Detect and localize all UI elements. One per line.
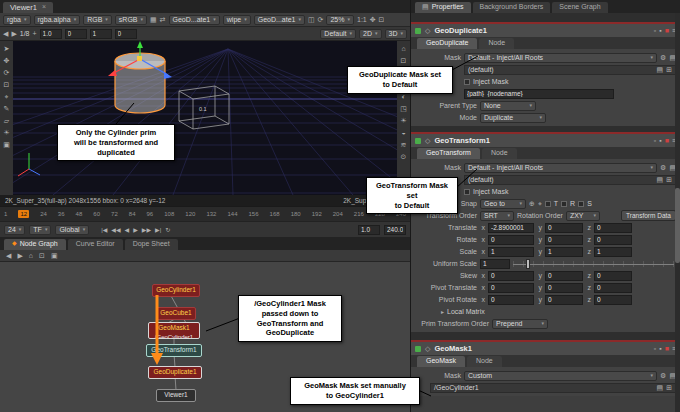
timeline-tick[interactable]: 144 — [227, 211, 237, 217]
tab-scene-graph[interactable]: Scene Graph — [552, 2, 607, 13]
skew-x-field[interactable] — [488, 271, 534, 281]
frame-back-icon[interactable]: ◀ — [125, 227, 130, 233]
current-frame-marker[interactable]: 12 — [18, 210, 29, 218]
tab-node[interactable]: Node — [479, 38, 514, 49]
view-3d-dropdown[interactable]: 3D▾ — [385, 29, 407, 39]
parent-type-dropdown[interactable]: None▾ — [480, 101, 536, 111]
bypass-icon[interactable]: ◇ — [425, 345, 430, 352]
swap-ab-icon[interactable]: ⇄ — [160, 16, 166, 23]
step-back-icon[interactable]: ◀◀ — [111, 227, 120, 233]
slider-handle[interactable] — [526, 259, 530, 269]
snap-center-icon[interactable]: ⌖ — [538, 200, 542, 207]
view-2d-dropdown[interactable]: 2D▾ — [359, 29, 381, 39]
tab-node[interactable]: Node — [467, 356, 502, 367]
name-pattern-field[interactable] — [464, 89, 614, 99]
translate-z-field[interactable] — [594, 223, 632, 233]
mask-dropdown[interactable]: Default - Inject/All Roots▾ — [464, 53, 657, 63]
pivot-translate-x-field[interactable] — [488, 283, 534, 293]
translate-y-field[interactable] — [545, 223, 583, 233]
gear-icon[interactable]: ⚙ — [660, 372, 666, 379]
list-icon[interactable]: ▤ — [657, 384, 664, 391]
mask-dropdown[interactable]: Default - Inject/All Roots▾ — [464, 163, 657, 173]
timeline-tick[interactable]: 216 — [354, 211, 364, 217]
overlay-toggle-icon[interactable]: ⊙ — [401, 153, 407, 160]
remove-icon[interactable]: ■ — [665, 137, 669, 144]
enable-toggle[interactable] — [415, 346, 421, 352]
node-geotransform1[interactable]: GeoTransform1 — [146, 344, 202, 357]
cylinder-prim[interactable] — [115, 53, 165, 113]
timeline-tick[interactable]: 168 — [270, 211, 280, 217]
checker-icon[interactable]: ▦ — [150, 16, 157, 23]
select-tool-icon[interactable]: ➤ — [4, 45, 10, 52]
mode-dropdown[interactable]: Duplicate▾ — [480, 113, 546, 123]
timeline-tick[interactable]: 180 — [291, 211, 301, 217]
rotation-order-dropdown[interactable]: ZXY▾ — [566, 211, 600, 221]
translate-x-field[interactable] — [488, 223, 534, 233]
pin-icon[interactable]: ▪ — [659, 27, 661, 34]
flip-field-2[interactable] — [65, 29, 87, 39]
timeline-tick[interactable]: 108 — [164, 211, 174, 217]
filter-dropdown[interactable]: TF▾ — [29, 225, 51, 235]
snap-mode-dropdown[interactable]: Geo to▾ — [480, 199, 526, 209]
shading-mode-icon[interactable]: ◐ — [401, 93, 405, 100]
bypass-icon[interactable]: ◇ — [425, 137, 430, 144]
snap-scale-checkbox[interactable] — [578, 201, 584, 207]
frame-selected-icon[interactable]: ⊡ — [401, 57, 407, 64]
rotate-x-field[interactable] — [488, 235, 534, 245]
snapshot-icon[interactable]: ▣ — [51, 252, 58, 259]
layer-dropdown[interactable]: rgba.alpha▾ — [34, 15, 81, 25]
snap-target-icon[interactable]: ⊕ — [529, 200, 535, 207]
pivot-translate-y-field[interactable] — [545, 283, 583, 293]
play-icon[interactable]: ▶ — [133, 227, 138, 233]
node-geocube1[interactable]: GeoCube1 — [156, 307, 196, 320]
remove-icon[interactable]: ■ — [665, 27, 669, 34]
pivot-rotate-z-field[interactable] — [594, 295, 632, 305]
close-icon[interactable]: × — [42, 3, 46, 11]
inject-mask-checkbox[interactable] — [464, 189, 470, 195]
properties-scrollbar[interactable] — [675, 13, 680, 412]
snap-tool-icon[interactable]: ⌖ — [5, 93, 9, 100]
scale-x-field[interactable] — [488, 247, 534, 257]
frame-back-icon[interactable]: ◀ — [3, 30, 8, 37]
refresh-icon[interactable]: ⟳ — [318, 16, 324, 23]
timeline-tick[interactable]: 24 — [40, 211, 47, 217]
go-end-icon[interactable]: ▶| — [155, 227, 161, 233]
flag-icon[interactable]: ▫ — [654, 345, 656, 352]
timeline-tick[interactable]: 132 — [206, 211, 216, 217]
scrollbar-thumb[interactable] — [675, 188, 680, 263]
zoom-dropdown[interactable]: 25%▾ — [326, 15, 354, 25]
translate-tool-icon[interactable]: ✥ — [4, 57, 10, 64]
measure-tool-icon[interactable]: ▱ — [4, 117, 9, 124]
gear-icon[interactable]: ⚙ — [660, 164, 666, 171]
timeline-tick[interactable]: 48 — [76, 211, 83, 217]
list-icon[interactable]: ▤ — [657, 176, 664, 183]
viewport-3d-canvas[interactable]: 0.1 — [13, 41, 397, 195]
paint-tool-icon[interactable]: ✎ — [4, 105, 10, 112]
bypass-icon[interactable]: ◇ — [425, 27, 430, 34]
frame-forward-icon[interactable]: ▶▶ — [142, 227, 151, 233]
channel-dropdown[interactable]: rgba▾ — [3, 15, 31, 25]
wireframe-toggle-icon[interactable]: ◳ — [400, 105, 407, 112]
tab-node[interactable]: Node — [482, 148, 517, 159]
quality-dropdown[interactable]: Default▾ — [320, 29, 356, 39]
home-view-icon[interactable]: ⌂ — [401, 45, 405, 52]
nav-back-icon[interactable]: ◀ — [6, 252, 11, 259]
add-icon[interactable]: + — [33, 30, 37, 37]
split-view-icon[interactable]: ◫ — [308, 16, 315, 23]
timeline-tick[interactable]: 96 — [147, 211, 154, 217]
uniform-scale-field[interactable] — [480, 259, 510, 269]
light-tool-icon[interactable]: ☀ — [3, 129, 9, 136]
node-geoduplicate1[interactable]: GeoDuplicate1 — [148, 366, 202, 379]
geotransform1-header[interactable]: ◇ GeoTransform1 ▫▪■≡ — [411, 134, 680, 147]
timeline-tick[interactable]: 120 — [185, 211, 195, 217]
transform-data-button[interactable]: Transform Data — [621, 210, 676, 222]
timeline-tick[interactable]: 72 — [111, 211, 118, 217]
snap-rotate-checkbox[interactable] — [561, 201, 567, 207]
pivot-rotate-x-field[interactable] — [488, 295, 534, 305]
colorspace-dropdown[interactable]: sRGB▾ — [115, 15, 147, 25]
list-icon[interactable]: ▤ — [657, 66, 664, 73]
enable-toggle[interactable] — [415, 138, 421, 144]
default-mask-bar[interactable]: (default) ▤⊞ — [464, 175, 676, 185]
compare-b-dropdown[interactable]: GeoD...ate1▾ — [254, 15, 305, 25]
flag-icon[interactable]: ▫ — [654, 137, 656, 144]
